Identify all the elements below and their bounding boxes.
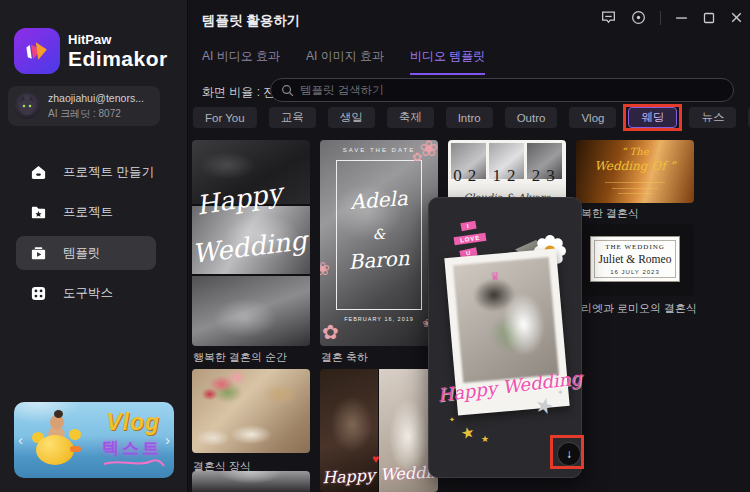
template-overlay-text: Juliet & Romeo <box>591 253 679 265</box>
template-overlay-text: THE WEDDING <box>591 243 679 251</box>
flower-icon: ❀ <box>320 258 330 280</box>
scribble-decoration <box>102 456 166 470</box>
maximize-icon[interactable] <box>702 11 716 25</box>
star-icon: ★ <box>532 392 556 420</box>
tab-ai-video-effects[interactable]: AI 비디오 효과 <box>202 48 280 75</box>
banner-art <box>70 446 81 452</box>
filter-chip-birthday[interactable]: 생일 <box>328 107 375 128</box>
divider <box>660 11 661 25</box>
decor-line <box>605 182 665 183</box>
template-thumbnail <box>192 276 310 346</box>
sidebar-item-label: 프로젝트 만들기 <box>63 164 154 181</box>
create-project-icon <box>30 164 47 181</box>
filter-chip-festival[interactable]: 축제 <box>387 107 434 128</box>
avatar <box>14 93 40 119</box>
filter-chip-outro[interactable]: Outro <box>505 107 558 128</box>
template-card-juliet-romeo[interactable]: THE WEDDING Juliet & Romeo 16 JULY 2023 <box>576 224 694 296</box>
template-overlay-text: & <box>320 226 438 242</box>
settings-icon[interactable] <box>630 9 647 26</box>
star-icon: ★ <box>481 434 489 444</box>
star-icon: ★ <box>459 423 476 443</box>
brand-product: Edimakor <box>68 47 168 71</box>
template-icon <box>30 245 47 262</box>
template-card-happy-wedding-dance[interactable]: ♥ Happy Wedding <box>320 369 438 492</box>
banner-art <box>54 410 63 418</box>
template-search[interactable] <box>270 78 734 102</box>
banner-title: Vlog <box>106 409 160 436</box>
edimakor-logo-icon <box>14 28 60 74</box>
search-icon <box>281 84 294 97</box>
close-icon[interactable] <box>729 10 744 25</box>
template-card-wedding-congrats[interactable]: SAVE THE DATE Adela & Baron FEBRUARY 16,… <box>320 140 438 346</box>
template-caption: 행복한 결혼의 순간 <box>193 350 287 365</box>
template-card-happy-wedding-moment[interactable]: Happy Wedding <box>192 140 310 346</box>
crown-doodle-icon: ♛ <box>490 269 501 283</box>
template-overlay-text: Wedding Of ” <box>576 159 694 173</box>
flower-icon: ✿ <box>412 150 422 164</box>
sidebar-item-create-project[interactable]: 프로젝트 만들기 <box>16 155 156 189</box>
feedback-icon[interactable] <box>600 9 617 26</box>
heart-icon: ♥ <box>372 452 379 466</box>
brand-name: HitPaw <box>68 32 111 47</box>
template-card-wedding-decoration[interactable] <box>192 369 310 453</box>
flower-icon: ✿ <box>322 320 339 344</box>
user-ai-credits: AI 크레딧 : 8072 <box>48 107 121 121</box>
tape-sticker: I <box>460 221 476 231</box>
decor-line <box>618 193 652 194</box>
template-caption: 줄리엣과 로미오의 결혼식 <box>570 301 697 316</box>
template-overlay-text: 16 JULY 2023 <box>591 269 679 275</box>
sidebar-item-label: 프로젝트 <box>63 204 113 221</box>
minimize-icon[interactable] <box>674 10 689 25</box>
sidebar-item-template[interactable]: 템플릿 <box>16 236 156 270</box>
filter-chip-for-you[interactable]: For You <box>193 107 257 128</box>
user-email: zhaojiahui@tenors... <box>48 92 144 104</box>
project-folder-icon <box>30 204 47 221</box>
app-window: HitPaw Edimakor zhaojiahui@tenors... AI … <box>0 0 750 492</box>
sidebar-item-label: 도구박스 <box>63 285 113 302</box>
template-overlay-text: “ The <box>576 146 694 157</box>
template-preview-card[interactable]: I LOVE U ♛ Happy Wedding ★ ✦ ★ ★ ✦ ↓ <box>428 197 582 478</box>
filter-chip-vlog[interactable]: Vlog <box>569 107 616 128</box>
effect-tabs: AI 비디오 효과 AI 이미지 효과 비디오 템플릿 <box>202 48 485 75</box>
toolbox-icon <box>30 285 47 302</box>
filter-chip-label: 웨딩 <box>641 110 664 125</box>
filter-chip-intro[interactable]: Intro <box>446 107 493 128</box>
sidebar-item-project[interactable]: 프로젝트 <box>16 195 156 229</box>
sparkle-icon: ✦ <box>557 388 564 397</box>
tape-sticker: LOVE <box>454 233 487 245</box>
flower-icon: ❀ <box>420 140 438 162</box>
window-controls <box>600 9 744 26</box>
sidebar-item-toolbox[interactable]: 도구박스 <box>16 276 156 310</box>
category-filter-bar: For You 교육 생일 축제 Intro Outro Vlog 웨딩 뉴스 … <box>193 107 750 128</box>
sidebar-item-label: 템플릿 <box>63 245 101 262</box>
filter-chip-education[interactable]: 교육 <box>269 107 316 128</box>
ticket-label: THE WEDDING Juliet & Romeo 16 JULY 2023 <box>590 236 680 282</box>
vlog-promo-banner[interactable]: Vlog 텍스트 ‹ › <box>14 402 174 478</box>
sparkle-icon: ✦ <box>449 416 455 424</box>
filter-chip-news[interactable]: 뉴스 <box>689 107 736 128</box>
decor-line <box>612 188 658 189</box>
chevron-left-icon[interactable]: ‹ <box>18 431 23 448</box>
filter-chip-wedding-selected[interactable]: 웨딩 <box>628 107 677 128</box>
chevron-right-icon[interactable]: › <box>165 431 170 448</box>
user-account-card[interactable]: zhaojiahui@tenors... AI 크레딧 : 8072 <box>8 86 160 126</box>
template-card-the-wedding-of[interactable]: “ The Wedding Of ” <box>576 140 694 203</box>
banner-art <box>69 429 81 440</box>
wedding-photo <box>453 257 559 383</box>
download-icon: ↓ <box>566 447 572 461</box>
download-button[interactable]: ↓ <box>557 442 581 466</box>
tab-video-templates[interactable]: 비디오 템플릿 <box>410 48 485 75</box>
search-input[interactable] <box>300 84 723 96</box>
page-title: 템플릿 활용하기 <box>202 12 300 30</box>
template-overlay-text: 02 12 23 <box>448 166 566 186</box>
template-caption: 결혼 축하 <box>321 350 368 365</box>
banner-art-duck <box>36 435 74 465</box>
tab-ai-image-effects[interactable]: AI 이미지 효과 <box>306 48 384 75</box>
sidebar: HitPaw Edimakor zhaojiahui@tenors... AI … <box>0 0 188 492</box>
template-card-church[interactable] <box>192 471 310 492</box>
